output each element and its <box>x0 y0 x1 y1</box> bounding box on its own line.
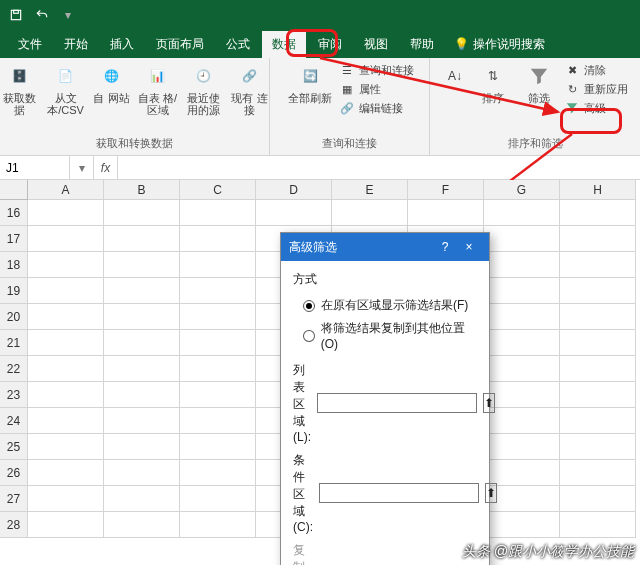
close-button[interactable]: × <box>457 240 481 254</box>
cell[interactable] <box>560 200 636 226</box>
cell[interactable] <box>104 200 180 226</box>
cell[interactable] <box>28 304 104 330</box>
redo-dropdown-icon[interactable]: ▾ <box>60 7 76 23</box>
row-header[interactable]: 16 <box>0 200 28 226</box>
column-header[interactable]: C <box>180 180 256 200</box>
row-header[interactable]: 21 <box>0 330 28 356</box>
filter-button[interactable]: 筛选 <box>518 62 560 104</box>
row-header[interactable]: 25 <box>0 434 28 460</box>
radio-copy-to[interactable]: 将筛选结果复制到其他位置(O) <box>293 317 477 354</box>
range-picker-button[interactable]: ⬆ <box>485 483 497 503</box>
cell[interactable] <box>484 356 560 382</box>
cell[interactable] <box>28 252 104 278</box>
refresh-all-button[interactable]: 🔄全部刷新 <box>285 62 335 104</box>
range-picker-button[interactable]: ⬆ <box>483 393 495 413</box>
cell[interactable] <box>560 252 636 278</box>
cell[interactable] <box>408 200 484 226</box>
cell[interactable] <box>560 434 636 460</box>
cell[interactable] <box>104 330 180 356</box>
cell[interactable] <box>104 356 180 382</box>
undo-icon[interactable] <box>34 7 50 23</box>
cell[interactable] <box>332 200 408 226</box>
cell[interactable] <box>484 330 560 356</box>
cell[interactable] <box>560 460 636 486</box>
row-header[interactable]: 17 <box>0 226 28 252</box>
cell[interactable] <box>28 408 104 434</box>
cell[interactable] <box>28 434 104 460</box>
name-box[interactable]: J1 <box>0 156 70 179</box>
cell[interactable] <box>560 382 636 408</box>
tab-layout[interactable]: 页面布局 <box>146 31 214 58</box>
cell[interactable] <box>28 278 104 304</box>
cell[interactable] <box>180 434 256 460</box>
from-table-button[interactable]: 📊自表 格/区域 <box>137 62 179 116</box>
row-header[interactable]: 27 <box>0 486 28 512</box>
cell[interactable] <box>104 304 180 330</box>
queries-conn-button[interactable]: ☰查询和连接 <box>339 62 414 78</box>
tab-file[interactable]: 文件 <box>8 31 52 58</box>
cell[interactable] <box>560 330 636 356</box>
cell[interactable] <box>484 252 560 278</box>
tell-me-search[interactable]: 💡 操作说明搜索 <box>454 36 545 53</box>
cell[interactable] <box>560 512 636 538</box>
get-data-button[interactable]: 🗄️获取数 据 <box>0 62 41 116</box>
sort-asc-button[interactable]: A↓ <box>442 62 468 90</box>
reapply-button[interactable]: ↻重新应用 <box>564 81 628 97</box>
cell[interactable] <box>560 278 636 304</box>
list-range-input[interactable] <box>317 393 477 413</box>
cell[interactable] <box>484 278 560 304</box>
dialog-titlebar[interactable]: 高级筛选 ? × <box>281 233 489 261</box>
column-header[interactable]: F <box>408 180 484 200</box>
from-web-button[interactable]: 🌐自 网站 <box>91 62 133 104</box>
cell[interactable] <box>484 304 560 330</box>
cell[interactable] <box>180 408 256 434</box>
cell[interactable] <box>28 512 104 538</box>
cell[interactable] <box>484 408 560 434</box>
tab-home[interactable]: 开始 <box>54 31 98 58</box>
row-header[interactable]: 26 <box>0 460 28 486</box>
cell[interactable] <box>560 408 636 434</box>
from-csv-button[interactable]: 📄从文 本/CSV <box>45 62 87 116</box>
cell[interactable] <box>180 252 256 278</box>
row-header[interactable]: 20 <box>0 304 28 330</box>
radio-filter-in-place[interactable]: 在原有区域显示筛选结果(F) <box>293 294 477 317</box>
properties-button[interactable]: ▦属性 <box>339 81 414 97</box>
cell[interactable] <box>104 408 180 434</box>
cell[interactable] <box>484 512 560 538</box>
row-header[interactable]: 28 <box>0 512 28 538</box>
advanced-filter-button[interactable]: 高级 <box>564 100 628 116</box>
cell[interactable] <box>560 304 636 330</box>
row-header[interactable]: 24 <box>0 408 28 434</box>
cell[interactable] <box>28 226 104 252</box>
cell[interactable] <box>484 434 560 460</box>
cell[interactable] <box>180 486 256 512</box>
sort-button[interactable]: ⇅排序 <box>472 62 514 104</box>
cell[interactable] <box>104 226 180 252</box>
cell[interactable] <box>28 486 104 512</box>
cell[interactable] <box>180 460 256 486</box>
cell[interactable] <box>28 330 104 356</box>
row-header[interactable]: 23 <box>0 382 28 408</box>
cell[interactable] <box>180 382 256 408</box>
fx-icon[interactable]: fx <box>94 156 118 179</box>
cell[interactable] <box>104 252 180 278</box>
cell[interactable] <box>28 356 104 382</box>
cell[interactable] <box>180 200 256 226</box>
tab-formula[interactable]: 公式 <box>216 31 260 58</box>
cell[interactable] <box>180 512 256 538</box>
tab-help[interactable]: 帮助 <box>400 31 444 58</box>
column-header[interactable]: B <box>104 180 180 200</box>
cell[interactable] <box>104 434 180 460</box>
existing-conn-button[interactable]: 🔗现有 连接 <box>229 62 271 116</box>
column-header[interactable]: G <box>484 180 560 200</box>
save-icon[interactable] <box>8 7 24 23</box>
cell[interactable] <box>104 278 180 304</box>
cell[interactable] <box>104 486 180 512</box>
help-button[interactable]: ? <box>433 240 457 254</box>
criteria-range-input[interactable] <box>319 483 479 503</box>
cell[interactable] <box>104 512 180 538</box>
cell[interactable] <box>180 304 256 330</box>
cell[interactable] <box>560 486 636 512</box>
cell[interactable] <box>104 460 180 486</box>
cell[interactable] <box>28 382 104 408</box>
